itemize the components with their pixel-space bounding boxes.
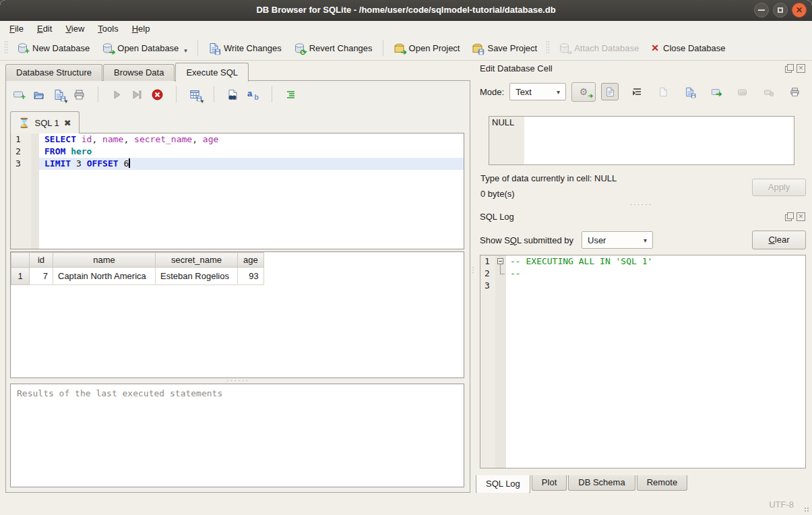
find-button[interactable]: [227, 89, 239, 100]
window-controls: ✕: [754, 3, 807, 18]
format-sql-button[interactable]: [285, 89, 296, 100]
table-cell[interactable]: 93: [238, 268, 264, 285]
tab-db-schema[interactable]: DB Schema: [568, 475, 635, 491]
save-file-button[interactable]: [681, 84, 697, 100]
save-project-button[interactable]: Save Project: [466, 39, 543, 57]
tab-execute-sql[interactable]: Execute SQL: [175, 63, 249, 82]
log-line: 3: [480, 280, 805, 292]
execution-status-text: Results of the last executed statements: [17, 388, 222, 398]
editor-line: 3LIMIT 3 OFFSET 6: [11, 158, 464, 170]
print-cell-button[interactable]: [786, 84, 803, 100]
save-sql-file-button[interactable]: ▾: [53, 89, 65, 100]
cell-editor[interactable]: NULL: [489, 116, 794, 165]
column-header[interactable]: secret_name: [156, 253, 238, 268]
open-database-button[interactable]: ➔ Open Database ▾: [96, 39, 193, 57]
dock-close-icon[interactable]: ✕: [797, 64, 805, 73]
mode-select[interactable]: Text ▾: [509, 83, 566, 100]
pane-splitter[interactable]: · · ·: [471, 266, 475, 284]
dock-float-icon[interactable]: [785, 212, 794, 221]
column-header[interactable]: id: [30, 253, 53, 268]
main-toolbar: + New Database ➔ Open Database ▾ Write C…: [0, 36, 812, 61]
stop-execution-button[interactable]: [152, 89, 163, 100]
open-database-icon: ➔: [102, 42, 113, 54]
column-header[interactable]: age: [238, 253, 264, 268]
chevron-down-icon: ▾: [550, 88, 560, 96]
sql-log-view[interactable]: 1-- EXECUTING ALL IN 'SQL 1'2--3: [480, 255, 806, 468]
log-line: 2--: [480, 268, 805, 280]
table-cell[interactable]: Captain North America: [53, 268, 156, 285]
text-mode-button[interactable]: [601, 83, 619, 100]
svg-text:co: co: [740, 90, 746, 96]
menu-bar: File Edit View Tools Help: [0, 21, 812, 36]
export-results-button[interactable]: ▾: [189, 89, 201, 100]
apply-button: Apply: [752, 179, 806, 196]
tab-browse-data[interactable]: Browse Data: [103, 64, 175, 81]
dock-float-icon[interactable]: [785, 64, 794, 73]
close-database-button[interactable]: ✕ Close Database: [645, 40, 731, 57]
sql-tab-close-icon[interactable]: ✖: [64, 118, 71, 128]
save-project-icon: [472, 42, 483, 54]
close-button[interactable]: ✕: [792, 3, 807, 18]
new-database-button[interactable]: + New Database: [11, 39, 96, 57]
column-header[interactable]: name: [53, 253, 156, 268]
dock-splitter[interactable]: ······: [476, 202, 807, 207]
find-replace-button[interactable]: ab: [247, 89, 259, 100]
dock-close-icon[interactable]: ✕: [797, 212, 805, 221]
write-changes-button[interactable]: Write Changes: [202, 39, 288, 57]
revert-changes-icon: ⟳: [294, 42, 305, 54]
link-button: co: [734, 84, 750, 100]
toolbar-grip[interactable]: [5, 41, 7, 55]
results-grid[interactable]: idnamesecret_nameage 17Captain North Ame…: [10, 251, 464, 378]
results-body: 17Captain North AmericaEsteban Rogelios9…: [11, 268, 264, 285]
maximize-button[interactable]: [773, 3, 788, 18]
edit-cell-title: Edit Database Cell: [480, 63, 553, 73]
tab-plot[interactable]: Plot: [532, 475, 567, 491]
tab-sql-log[interactable]: SQL Log: [476, 475, 530, 493]
auto-apply-button[interactable]: ⚙ ➔: [571, 82, 596, 102]
submitted-by-select[interactable]: User ▾: [582, 231, 653, 249]
text-cursor: [129, 158, 130, 168]
cell-mode-row: Mode: Text ▾ ⚙ ➔ ➔ co: [480, 82, 803, 101]
execute-current-line-button: [131, 89, 143, 100]
toolbar-grip[interactable]: [546, 41, 549, 55]
open-database-dropdown-icon[interactable]: ▾: [184, 47, 187, 54]
filter-label: Show SQL submitted by: [480, 235, 573, 245]
results-splitter[interactable]: ······: [6, 378, 470, 383]
dock-tab-bar: SQL Log Plot DB Schema Remote: [476, 475, 689, 493]
table-cell[interactable]: 7: [30, 268, 53, 285]
menu-edit[interactable]: Edit: [30, 22, 59, 35]
row-header[interactable]: 1: [11, 268, 30, 285]
print-button[interactable]: [73, 89, 85, 100]
menu-view[interactable]: View: [59, 22, 91, 35]
app-window: DB Browser for SQLite - /home/user/code/…: [0, 0, 812, 515]
editor-line: 2FROM hero: [11, 146, 464, 158]
sql-editor[interactable]: 1SELECT id, name, secret_name, age2FROM …: [10, 133, 464, 249]
tab-database-structure[interactable]: Database Structure: [5, 64, 102, 81]
menu-help[interactable]: Help: [125, 22, 157, 35]
word-wrap-button[interactable]: [629, 84, 645, 100]
table-cell[interactable]: Esteban Rogelios: [156, 268, 238, 285]
execution-status-box[interactable]: Results of the last executed statements: [10, 384, 464, 487]
sql-toolbar-separator: [176, 86, 177, 102]
menu-file[interactable]: File: [3, 22, 30, 35]
export-cell-button[interactable]: ➔: [708, 84, 724, 100]
title-bar[interactable]: DB Browser for SQLite - /home/user/code/…: [0, 0, 812, 21]
new-sql-tab-button[interactable]: +: [13, 89, 24, 100]
menu-tools[interactable]: Tools: [91, 22, 125, 35]
sql-log-dock-header: SQL Log ✕: [480, 210, 805, 222]
clear-button[interactable]: Clear: [752, 231, 806, 249]
open-project-button[interactable]: ➔ Open Project: [387, 39, 466, 57]
close-database-icon: ✕: [651, 43, 659, 53]
sql-tab-label: SQL 1: [34, 118, 59, 128]
revert-changes-button[interactable]: ⟳ Revert Changes: [288, 39, 379, 57]
cell-editor-icons: ➔ co: [601, 83, 803, 100]
gear-icon: ⚙: [580, 86, 588, 97]
sql-tab[interactable]: ⌛ SQL 1 ✖: [10, 111, 80, 133]
resize-grip[interactable]: [804, 507, 809, 512]
minimize-button[interactable]: [754, 3, 769, 18]
open-sql-file-button[interactable]: [33, 89, 44, 100]
grid-corner[interactable]: [11, 253, 30, 268]
results-header-row: idnamesecret_nameage: [11, 253, 264, 268]
tab-remote[interactable]: Remote: [637, 475, 688, 491]
log-line: 1-- EXECUTING ALL IN 'SQL 1': [480, 255, 805, 268]
